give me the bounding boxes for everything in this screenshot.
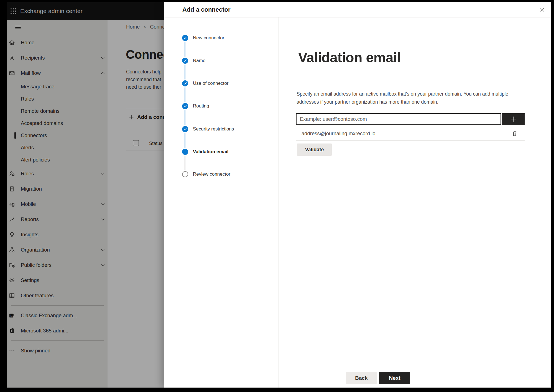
trash-icon bbox=[511, 130, 518, 137]
step-label: Routing bbox=[193, 103, 209, 109]
validate-button[interactable]: Validate bbox=[297, 144, 332, 156]
step-connector-line bbox=[185, 133, 185, 148]
step-completed-icon bbox=[182, 58, 188, 64]
step-connector-line bbox=[185, 110, 185, 125]
dialog-step-description: Specify an email address for an active m… bbox=[297, 90, 521, 106]
add-email-button[interactable] bbox=[502, 113, 525, 125]
step-label: New connector bbox=[193, 35, 224, 41]
close-icon bbox=[539, 7, 545, 12]
next-button[interactable]: Next bbox=[379, 372, 410, 384]
step-label: Validation email bbox=[193, 149, 229, 155]
address-row-divider bbox=[296, 140, 525, 141]
step-label: Review connector bbox=[193, 171, 230, 177]
add-connector-dialog: Add a connector New connector Name Use o… bbox=[164, 2, 551, 388]
email-address-input[interactable] bbox=[296, 113, 501, 125]
step-connector-line bbox=[185, 87, 185, 102]
added-address-value: address@journaling.mxrecord.io bbox=[302, 127, 376, 140]
step-completed-icon bbox=[182, 103, 188, 109]
close-button[interactable] bbox=[539, 6, 545, 13]
dialog-footer-divider bbox=[164, 368, 551, 368]
step-upcoming-icon bbox=[182, 171, 188, 177]
step-label: Name bbox=[193, 58, 205, 63]
added-address-row: address@journaling.mxrecord.io bbox=[296, 127, 525, 140]
back-button[interactable]: Back bbox=[346, 372, 377, 384]
step-connector-line bbox=[185, 65, 185, 80]
step-completed-icon bbox=[182, 126, 188, 132]
dialog-step-heading: Validation email bbox=[298, 50, 401, 66]
delete-address-button[interactable] bbox=[510, 129, 520, 139]
step-completed-icon bbox=[182, 35, 188, 41]
app-window: Exchange admin center Home Recipients Ma… bbox=[7, 2, 551, 388]
plus-icon bbox=[510, 116, 517, 123]
dialog-title: Add a connector bbox=[182, 2, 231, 17]
step-connector-line bbox=[185, 42, 185, 57]
step-connector-line bbox=[185, 156, 185, 170]
step-current-icon bbox=[182, 149, 188, 155]
step-completed-icon bbox=[182, 80, 188, 86]
step-label: Security restrictions bbox=[193, 126, 234, 132]
stepper-divider bbox=[279, 17, 279, 388]
step-label: Use of connector bbox=[193, 81, 229, 86]
dialog-header: Add a connector bbox=[164, 2, 551, 17]
